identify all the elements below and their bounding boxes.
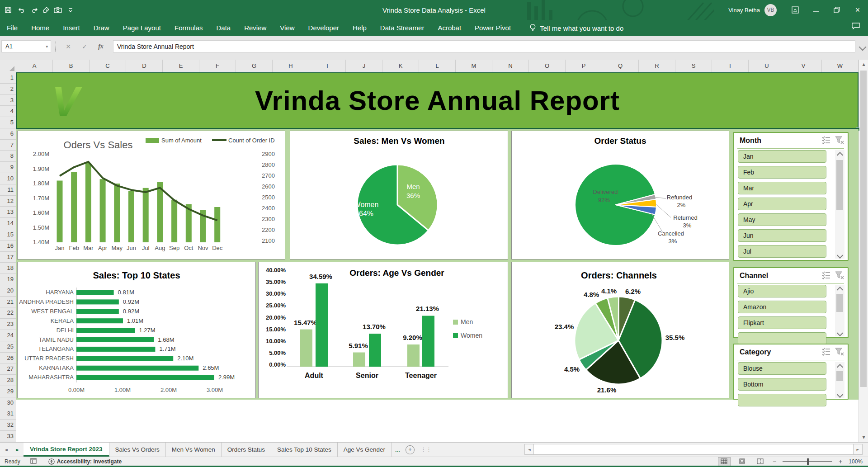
scroll-right-icon[interactable]: ► (853, 444, 863, 455)
row-header[interactable]: 3 (0, 95, 16, 106)
horizontal-scrollbar[interactable]: ◄ ► (524, 444, 863, 455)
row-header[interactable]: 10 (0, 173, 16, 184)
slicer-item-flipkart[interactable]: Flipkart (738, 316, 826, 329)
column-header[interactable]: N (492, 60, 529, 72)
slicer-item-jul[interactable]: Jul (738, 245, 826, 258)
report-banner[interactable]: V Vrinda Store Annual Report (16, 72, 859, 129)
ribbon-tab-formulas[interactable]: Formulas (168, 20, 210, 36)
slicer-item-mar[interactable]: Mar (738, 182, 826, 194)
category-slicer[interactable]: CategoryBlouseBottom (733, 344, 849, 400)
row-header[interactable]: 11 (0, 184, 16, 196)
column-header[interactable]: C (90, 60, 126, 72)
tell-me-box[interactable]: Tell me what you want to do (529, 24, 623, 33)
sheet-tab-overflow[interactable]: ... (392, 443, 404, 457)
slicer-item-apr[interactable]: Apr (738, 198, 826, 210)
column-header[interactable]: P (566, 60, 602, 72)
row-header[interactable]: 20 (0, 285, 16, 297)
column-header[interactable]: H (273, 60, 309, 72)
column-header[interactable]: E (163, 60, 199, 72)
tabbar-resize-handle[interactable]: ⋮⋮ (421, 447, 432, 453)
clear-filter-icon[interactable] (835, 136, 844, 144)
column-header[interactable]: V (785, 60, 822, 72)
multi-select-icon[interactable] (821, 136, 830, 144)
zoom-level[interactable]: 100% (849, 458, 863, 465)
row-header[interactable]: 17 (0, 252, 16, 263)
sheet-tab[interactable]: Sales Vs Orders (109, 443, 166, 457)
column-header[interactable]: U (749, 60, 785, 72)
slicer-scrollbar[interactable] (835, 285, 844, 336)
row-header[interactable]: 8 (0, 151, 16, 162)
page-layout-view-icon[interactable] (736, 458, 748, 466)
undo-icon[interactable]: ▾ (18, 7, 24, 14)
slicer-scrollbar[interactable] (835, 362, 844, 398)
column-header[interactable]: O (529, 60, 566, 72)
orders-vs-sales-chart[interactable]: Oders Vs SalesSum of AmountCount of Orde… (17, 131, 285, 259)
column-header[interactable]: J (346, 60, 382, 72)
column-header[interactable]: W (822, 60, 859, 72)
row-header[interactable]: 33 (0, 431, 16, 442)
collapse-formula-bar-icon[interactable] (859, 43, 867, 51)
slicer-item-blouse[interactable]: Blouse (738, 362, 826, 375)
scroll-up-icon[interactable] (835, 153, 844, 157)
ribbon-tab-home[interactable]: Home (24, 20, 56, 36)
brush-icon[interactable]: ▾ (42, 7, 47, 14)
ribbon-tab-draw[interactable]: Draw (87, 20, 116, 36)
sheet-tab[interactable]: Orders Status (222, 443, 271, 457)
comment-icon[interactable] (852, 23, 860, 32)
sheet-tab-active[interactable]: Vrinda Store Report 2023 (24, 443, 109, 457)
vertical-scroll-thumb[interactable] (860, 71, 867, 387)
column-header[interactable]: M (456, 60, 492, 72)
channel-slicer[interactable]: ChannelAjioAmazonFlipkart (733, 267, 849, 338)
brush-caret-icon[interactable]: ▾ (46, 8, 47, 12)
ribbon-tab-power-pivot[interactable]: Power Pivot (468, 20, 518, 36)
column-header[interactable]: F (199, 60, 236, 72)
row-header[interactable]: 6 (0, 128, 16, 140)
add-sheet-icon[interactable]: + (406, 445, 415, 454)
customize-qat-icon[interactable] (68, 7, 73, 13)
row-header[interactable]: 31 (0, 408, 16, 420)
row-header[interactable]: 23 (0, 319, 16, 330)
column-header[interactable]: B (53, 60, 90, 72)
save-icon[interactable] (5, 6, 12, 14)
select-all-corner[interactable] (0, 60, 16, 72)
month-slicer[interactable]: MonthJanFebMarAprMayJunJul (733, 132, 849, 261)
slicer-item-jun[interactable]: Jun (738, 229, 826, 242)
row-header[interactable]: 9 (0, 162, 16, 173)
row-header[interactable]: 25 (0, 341, 16, 353)
multi-select-icon[interactable] (821, 348, 830, 356)
column-header[interactable]: T (712, 60, 749, 72)
slicer-item-bottom[interactable]: Bottom (738, 378, 826, 391)
row-header[interactable]: 2 (0, 84, 16, 95)
scroll-down-icon[interactable]: ▼ (859, 433, 868, 442)
row-header[interactable]: 15 (0, 229, 16, 241)
scroll-down-icon[interactable] (835, 328, 844, 335)
scroll-thumb[interactable] (836, 160, 843, 210)
cancel-icon[interactable]: ✕ (61, 40, 75, 52)
row-header[interactable]: 13 (0, 207, 16, 218)
column-header[interactable]: G (236, 60, 273, 72)
restore-icon[interactable] (826, 0, 847, 20)
formula-input[interactable]: Vrinda Store Annual Report (113, 40, 855, 52)
ribbon-tab-view[interactable]: View (273, 20, 301, 36)
vertical-scrollbar[interactable]: ▲ ▼ (859, 60, 868, 442)
minimize-icon[interactable] (806, 0, 826, 20)
clear-filter-icon[interactable] (835, 348, 844, 356)
row-header[interactable]: 7 (0, 140, 16, 151)
row-header[interactable]: 32 (0, 420, 16, 431)
ribbon-display-options-icon[interactable] (785, 0, 806, 20)
sheet-nav-left-icon[interactable]: ◄ (0, 443, 12, 457)
clear-filter-icon[interactable] (835, 271, 844, 279)
column-header[interactable]: Q (602, 60, 639, 72)
name-box[interactable]: A1 ▾ (1, 40, 51, 52)
order-status-chart[interactable]: Order StatusDelivered92%Refunded2%Return… (511, 131, 729, 259)
slicer-scrollbar[interactable] (835, 150, 844, 259)
row-header[interactable]: 29 (0, 386, 16, 397)
column-header[interactable]: D (126, 60, 163, 72)
scroll-thumb[interactable] (836, 371, 843, 381)
zoom-slider[interactable] (783, 461, 832, 462)
ribbon-tab-review[interactable]: Review (237, 20, 273, 36)
age-vs-gender-chart[interactable]: Orders: Age Vs Gender40.00%35.00%30.00%2… (258, 262, 508, 398)
redo-caret-icon[interactable]: ▾ (34, 8, 36, 12)
row-header[interactable]: 4 (0, 106, 16, 117)
multi-select-icon[interactable] (821, 271, 830, 279)
